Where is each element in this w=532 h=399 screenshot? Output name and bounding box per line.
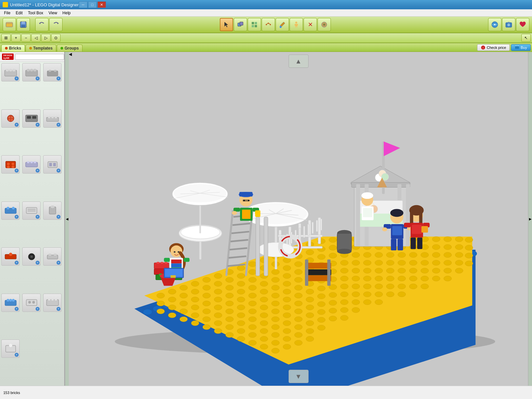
share-heart-button[interactable] — [516, 18, 529, 31]
list-item[interactable]: + — [1, 109, 20, 128]
list-item[interactable]: + — [43, 294, 62, 312]
svg-point-237 — [421, 260, 429, 265]
brick-add-icon: + — [57, 215, 61, 219]
svg-point-252 — [295, 277, 303, 283]
zoom-out-button[interactable]: − — [21, 34, 31, 42]
svg-point-174 — [329, 245, 337, 250]
svg-point-348 — [318, 309, 326, 315]
svg-point-275 — [283, 289, 291, 294]
nav-up-button[interactable]: ▲ — [289, 55, 309, 68]
svg-rect-3 — [22, 22, 25, 24]
svg-point-190 — [191, 297, 199, 302]
svg-rect-457 — [239, 192, 252, 197]
list-item[interactable]: + — [1, 339, 20, 358]
svg-point-322 — [352, 292, 360, 297]
tab-groups[interactable]: Groups — [57, 45, 82, 52]
svg-point-68 — [12, 207, 15, 209]
redo-button[interactable] — [49, 18, 63, 31]
pan-left-button[interactable]: ◁ — [31, 34, 41, 42]
buy-button[interactable]: Buy — [511, 44, 531, 51]
hinge-tool[interactable] — [248, 18, 261, 31]
list-item[interactable]: + — [43, 155, 62, 174]
svg-point-368 — [283, 344, 291, 349]
tab-templates-label: Templates — [33, 46, 53, 51]
svg-point-433 — [160, 262, 164, 264]
share-photo-button[interactable] — [502, 18, 515, 31]
share-web-button[interactable] — [488, 18, 501, 31]
cursor-mode-button[interactable]: ↖ — [521, 34, 531, 42]
viewport-canvas[interactable]: ▲ ◀ — [69, 52, 528, 386]
select-tool[interactable] — [220, 18, 233, 31]
designbyme-header: DESIGNbyME — [0, 52, 64, 62]
list-item[interactable]: + — [43, 63, 62, 81]
list-item[interactable]: + — [1, 155, 20, 174]
open-button[interactable] — [3, 18, 16, 31]
svg-point-268 — [202, 317, 210, 322]
tab-bricks[interactable]: Bricks — [1, 45, 25, 52]
menu-view[interactable]: View — [46, 10, 60, 16]
svg-rect-27 — [508, 22, 510, 23]
svg-point-264 — [432, 268, 440, 273]
svg-rect-495 — [412, 225, 422, 234]
brick-add-icon: + — [36, 307, 40, 311]
zoom-in-button[interactable]: + — [11, 34, 21, 42]
svg-point-183 — [432, 244, 440, 250]
menu-edit[interactable]: Edit — [13, 10, 25, 16]
search-input[interactable] — [15, 54, 64, 60]
svg-point-46 — [11, 119, 13, 121]
svg-point-329 — [249, 325, 257, 330]
flexible-tool[interactable] — [262, 18, 275, 31]
list-item[interactable]: + + — [1, 63, 20, 81]
svg-point-225 — [283, 273, 291, 279]
list-item[interactable]: + — [1, 201, 20, 220]
paint-tool[interactable] — [276, 18, 289, 31]
right-panel-collapse[interactable]: ▶ — [528, 52, 532, 386]
list-item[interactable]: + — [22, 63, 41, 81]
svg-rect-49 — [32, 116, 36, 119]
menu-help[interactable]: Help — [60, 10, 73, 16]
svg-point-334 — [306, 305, 314, 310]
svg-point-320 — [329, 292, 337, 298]
svg-rect-19 — [295, 26, 296, 28]
list-item[interactable]: + — [43, 201, 62, 220]
maximize-button[interactable]: □ — [88, 1, 97, 8]
list-item[interactable]: + — [43, 109, 62, 128]
list-item[interactable]: + — [22, 201, 41, 220]
svg-point-92 — [55, 299, 57, 301]
pan-right-button[interactable]: ▷ — [41, 34, 51, 42]
app-icon — [3, 2, 8, 7]
minifig-tool[interactable] — [290, 18, 303, 31]
svg-point-358 — [318, 317, 326, 323]
list-item[interactable]: + — [1, 247, 20, 266]
pan-center-button[interactable]: ⊙ — [51, 34, 61, 42]
list-item[interactable]: + — [22, 109, 41, 128]
menu-toolbox[interactable]: Tool Box — [25, 10, 46, 16]
minimize-button[interactable]: ─ — [79, 1, 87, 8]
left-panel-collapse[interactable]: ◀ — [65, 52, 69, 386]
check-price-button[interactable]: ! Check price — [477, 44, 510, 51]
svg-rect-80 — [49, 254, 51, 256]
delete-tool[interactable]: ✕ — [304, 18, 317, 31]
undo-button[interactable] — [35, 18, 49, 31]
list-item[interactable]: + — [22, 294, 41, 312]
tab-templates[interactable]: Templates — [26, 45, 56, 52]
list-item[interactable]: + — [1, 294, 20, 312]
misc-tool[interactable] — [318, 18, 331, 31]
svg-point-58 — [12, 166, 14, 168]
svg-rect-488 — [391, 239, 397, 250]
list-item[interactable]: + — [22, 155, 41, 174]
svg-point-273 — [260, 297, 268, 302]
save-button[interactable] — [17, 18, 30, 31]
svg-point-236 — [409, 260, 417, 265]
svg-point-361 — [260, 344, 268, 349]
close-button[interactable]: ✕ — [97, 1, 106, 8]
svg-point-201 — [318, 254, 326, 260]
nav-down-button[interactable]: ▼ — [289, 370, 309, 383]
svg-point-43 — [8, 116, 10, 118]
menu-file[interactable]: File — [1, 10, 13, 16]
list-item[interactable]: + — [43, 247, 62, 266]
zoom-fit-button[interactable]: ⊞ — [1, 34, 11, 42]
clone-tool[interactable] — [234, 18, 247, 31]
list-item[interactable]: + — [22, 247, 41, 266]
svg-point-245 — [214, 305, 222, 310]
